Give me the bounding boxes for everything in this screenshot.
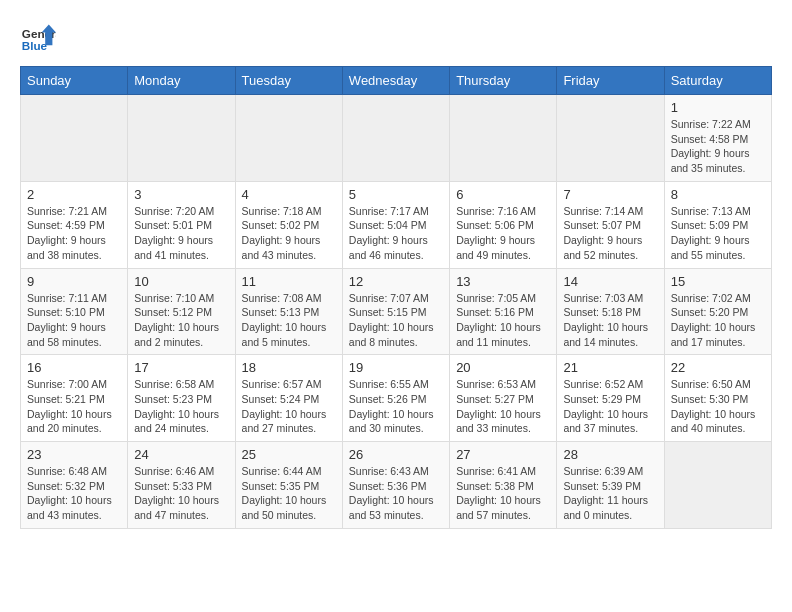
calendar-cell: 27Sunrise: 6:41 AM Sunset: 5:38 PM Dayli… — [450, 442, 557, 529]
day-number: 24 — [134, 447, 228, 462]
day-info: Sunrise: 6:57 AM Sunset: 5:24 PM Dayligh… — [242, 377, 336, 436]
day-header-thursday: Thursday — [450, 67, 557, 95]
day-number: 9 — [27, 274, 121, 289]
calendar-cell: 17Sunrise: 6:58 AM Sunset: 5:23 PM Dayli… — [128, 355, 235, 442]
calendar-cell: 12Sunrise: 7:07 AM Sunset: 5:15 PM Dayli… — [342, 268, 449, 355]
calendar-cell — [235, 95, 342, 182]
day-number: 19 — [349, 360, 443, 375]
day-number: 20 — [456, 360, 550, 375]
day-number: 5 — [349, 187, 443, 202]
day-number: 3 — [134, 187, 228, 202]
calendar-cell: 28Sunrise: 6:39 AM Sunset: 5:39 PM Dayli… — [557, 442, 664, 529]
day-info: Sunrise: 7:05 AM Sunset: 5:16 PM Dayligh… — [456, 291, 550, 350]
day-number: 7 — [563, 187, 657, 202]
day-number: 27 — [456, 447, 550, 462]
calendar-cell: 13Sunrise: 7:05 AM Sunset: 5:16 PM Dayli… — [450, 268, 557, 355]
calendar-cell: 7Sunrise: 7:14 AM Sunset: 5:07 PM Daylig… — [557, 181, 664, 268]
day-header-saturday: Saturday — [664, 67, 771, 95]
day-number: 28 — [563, 447, 657, 462]
day-number: 17 — [134, 360, 228, 375]
calendar-cell: 6Sunrise: 7:16 AM Sunset: 5:06 PM Daylig… — [450, 181, 557, 268]
calendar-cell — [664, 442, 771, 529]
day-info: Sunrise: 6:53 AM Sunset: 5:27 PM Dayligh… — [456, 377, 550, 436]
calendar-cell: 26Sunrise: 6:43 AM Sunset: 5:36 PM Dayli… — [342, 442, 449, 529]
day-number: 8 — [671, 187, 765, 202]
day-header-tuesday: Tuesday — [235, 67, 342, 95]
calendar-cell — [450, 95, 557, 182]
day-number: 11 — [242, 274, 336, 289]
calendar-cell: 25Sunrise: 6:44 AM Sunset: 5:35 PM Dayli… — [235, 442, 342, 529]
logo-icon: General Blue — [20, 20, 56, 56]
day-number: 21 — [563, 360, 657, 375]
calendar-cell: 19Sunrise: 6:55 AM Sunset: 5:26 PM Dayli… — [342, 355, 449, 442]
day-info: Sunrise: 7:13 AM Sunset: 5:09 PM Dayligh… — [671, 204, 765, 263]
calendar-cell: 9Sunrise: 7:11 AM Sunset: 5:10 PM Daylig… — [21, 268, 128, 355]
calendar-cell: 21Sunrise: 6:52 AM Sunset: 5:29 PM Dayli… — [557, 355, 664, 442]
calendar-cell — [557, 95, 664, 182]
calendar-cell: 14Sunrise: 7:03 AM Sunset: 5:18 PM Dayli… — [557, 268, 664, 355]
calendar-cell: 16Sunrise: 7:00 AM Sunset: 5:21 PM Dayli… — [21, 355, 128, 442]
calendar-cell: 4Sunrise: 7:18 AM Sunset: 5:02 PM Daylig… — [235, 181, 342, 268]
calendar-cell: 8Sunrise: 7:13 AM Sunset: 5:09 PM Daylig… — [664, 181, 771, 268]
calendar-cell: 2Sunrise: 7:21 AM Sunset: 4:59 PM Daylig… — [21, 181, 128, 268]
day-number: 13 — [456, 274, 550, 289]
day-number: 25 — [242, 447, 336, 462]
day-info: Sunrise: 7:07 AM Sunset: 5:15 PM Dayligh… — [349, 291, 443, 350]
day-number: 12 — [349, 274, 443, 289]
day-info: Sunrise: 7:22 AM Sunset: 4:58 PM Dayligh… — [671, 117, 765, 176]
day-number: 15 — [671, 274, 765, 289]
day-header-friday: Friday — [557, 67, 664, 95]
day-number: 4 — [242, 187, 336, 202]
day-header-wednesday: Wednesday — [342, 67, 449, 95]
calendar-cell: 23Sunrise: 6:48 AM Sunset: 5:32 PM Dayli… — [21, 442, 128, 529]
calendar-cell: 15Sunrise: 7:02 AM Sunset: 5:20 PM Dayli… — [664, 268, 771, 355]
day-number: 16 — [27, 360, 121, 375]
day-info: Sunrise: 7:20 AM Sunset: 5:01 PM Dayligh… — [134, 204, 228, 263]
day-info: Sunrise: 7:11 AM Sunset: 5:10 PM Dayligh… — [27, 291, 121, 350]
calendar-week-row: 2Sunrise: 7:21 AM Sunset: 4:59 PM Daylig… — [21, 181, 772, 268]
page-header: General Blue — [20, 20, 772, 56]
calendar-cell: 10Sunrise: 7:10 AM Sunset: 5:12 PM Dayli… — [128, 268, 235, 355]
day-info: Sunrise: 7:00 AM Sunset: 5:21 PM Dayligh… — [27, 377, 121, 436]
day-info: Sunrise: 6:52 AM Sunset: 5:29 PM Dayligh… — [563, 377, 657, 436]
day-info: Sunrise: 7:16 AM Sunset: 5:06 PM Dayligh… — [456, 204, 550, 263]
day-number: 23 — [27, 447, 121, 462]
calendar-cell — [21, 95, 128, 182]
calendar-cell: 22Sunrise: 6:50 AM Sunset: 5:30 PM Dayli… — [664, 355, 771, 442]
day-info: Sunrise: 6:39 AM Sunset: 5:39 PM Dayligh… — [563, 464, 657, 523]
day-info: Sunrise: 7:17 AM Sunset: 5:04 PM Dayligh… — [349, 204, 443, 263]
calendar-cell: 5Sunrise: 7:17 AM Sunset: 5:04 PM Daylig… — [342, 181, 449, 268]
day-header-monday: Monday — [128, 67, 235, 95]
calendar-cell: 3Sunrise: 7:20 AM Sunset: 5:01 PM Daylig… — [128, 181, 235, 268]
day-info: Sunrise: 6:46 AM Sunset: 5:33 PM Dayligh… — [134, 464, 228, 523]
calendar-cell — [128, 95, 235, 182]
day-info: Sunrise: 7:10 AM Sunset: 5:12 PM Dayligh… — [134, 291, 228, 350]
day-info: Sunrise: 6:44 AM Sunset: 5:35 PM Dayligh… — [242, 464, 336, 523]
calendar-cell: 1Sunrise: 7:22 AM Sunset: 4:58 PM Daylig… — [664, 95, 771, 182]
day-number: 18 — [242, 360, 336, 375]
day-header-sunday: Sunday — [21, 67, 128, 95]
calendar-week-row: 16Sunrise: 7:00 AM Sunset: 5:21 PM Dayli… — [21, 355, 772, 442]
day-info: Sunrise: 7:08 AM Sunset: 5:13 PM Dayligh… — [242, 291, 336, 350]
calendar-week-row: 9Sunrise: 7:11 AM Sunset: 5:10 PM Daylig… — [21, 268, 772, 355]
day-info: Sunrise: 7:21 AM Sunset: 4:59 PM Dayligh… — [27, 204, 121, 263]
day-info: Sunrise: 6:41 AM Sunset: 5:38 PM Dayligh… — [456, 464, 550, 523]
calendar-header-row: SundayMondayTuesdayWednesdayThursdayFrid… — [21, 67, 772, 95]
day-number: 22 — [671, 360, 765, 375]
calendar-week-row: 1Sunrise: 7:22 AM Sunset: 4:58 PM Daylig… — [21, 95, 772, 182]
day-number: 1 — [671, 100, 765, 115]
day-number: 10 — [134, 274, 228, 289]
calendar-cell: 11Sunrise: 7:08 AM Sunset: 5:13 PM Dayli… — [235, 268, 342, 355]
calendar-week-row: 23Sunrise: 6:48 AM Sunset: 5:32 PM Dayli… — [21, 442, 772, 529]
day-info: Sunrise: 7:14 AM Sunset: 5:07 PM Dayligh… — [563, 204, 657, 263]
day-info: Sunrise: 7:18 AM Sunset: 5:02 PM Dayligh… — [242, 204, 336, 263]
day-number: 26 — [349, 447, 443, 462]
day-info: Sunrise: 6:55 AM Sunset: 5:26 PM Dayligh… — [349, 377, 443, 436]
day-info: Sunrise: 6:50 AM Sunset: 5:30 PM Dayligh… — [671, 377, 765, 436]
day-info: Sunrise: 6:58 AM Sunset: 5:23 PM Dayligh… — [134, 377, 228, 436]
logo: General Blue — [20, 20, 56, 56]
day-info: Sunrise: 7:03 AM Sunset: 5:18 PM Dayligh… — [563, 291, 657, 350]
day-info: Sunrise: 6:43 AM Sunset: 5:36 PM Dayligh… — [349, 464, 443, 523]
day-info: Sunrise: 6:48 AM Sunset: 5:32 PM Dayligh… — [27, 464, 121, 523]
day-info: Sunrise: 7:02 AM Sunset: 5:20 PM Dayligh… — [671, 291, 765, 350]
